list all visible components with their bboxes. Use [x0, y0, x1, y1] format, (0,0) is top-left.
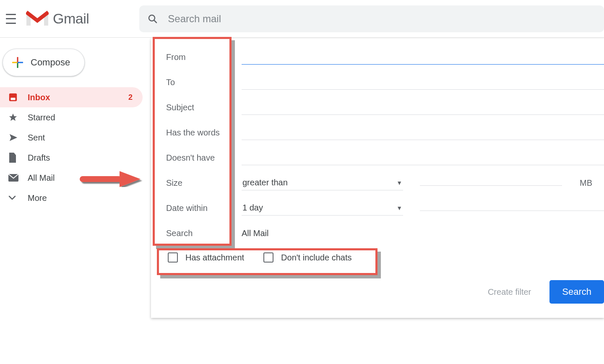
size-operator-value: greater than [242, 178, 288, 187]
filter-row-to: To [151, 70, 604, 95]
size-value-input[interactable] [420, 180, 562, 186]
doesnthave-input[interactable] [242, 150, 604, 165]
gmail-icon [26, 10, 49, 27]
filter-checkboxes: Has attachment Don't include chats [151, 246, 604, 269]
sidebar-item-label: Inbox [28, 93, 128, 102]
date-value-input[interactable] [420, 205, 604, 211]
filter-row-size: Size greater than ▼ MB [151, 170, 604, 195]
sidebar-item-starred[interactable]: Starred [0, 107, 143, 127]
size-unit-select[interactable]: MB [579, 176, 604, 190]
from-label: From [166, 52, 242, 62]
filter-row-date: Date within 1 day ▼ [151, 195, 604, 221]
sidebar-item-sent[interactable]: Sent [0, 127, 143, 148]
svg-marker-14 [120, 171, 141, 187]
star-icon [8, 112, 23, 122]
filter-row-haswords: Has the words [151, 120, 604, 145]
filter-row-from: From [151, 44, 604, 70]
search-input[interactable] [168, 13, 596, 25]
plus-icon [12, 57, 23, 68]
svg-marker-11 [10, 134, 17, 141]
compose-button[interactable]: Compose [3, 49, 85, 76]
filter-row-search: Search All Mail [151, 221, 604, 246]
sidebar: Compose Inbox 2 Starred Sent Drafts [0, 38, 151, 364]
sidebar-item-label: Sent [28, 133, 133, 143]
annotation-arrow-icon [80, 170, 143, 187]
sidebar-item-label: Drafts [28, 153, 133, 163]
to-label: To [166, 78, 242, 87]
filter-row-doesnthave: Doesn't have [151, 145, 604, 170]
sidebar-item-label: More [28, 193, 133, 203]
gmail-logo-text: Gmail [53, 10, 89, 27]
dont-include-chats-checkbox[interactable]: Don't include chats [263, 252, 351, 263]
checkbox-icon [168, 252, 178, 263]
from-input[interactable] [242, 49, 604, 65]
gmail-logo[interactable]: Gmail [26, 10, 89, 27]
sidebar-item-more[interactable]: More [0, 188, 143, 208]
filter-row-subject: Subject [151, 95, 604, 120]
inbox-badge: 2 [128, 93, 133, 102]
compose-label: Compose [31, 57, 70, 68]
search-button[interactable]: Search [549, 280, 604, 304]
app-header: Gmail [0, 0, 604, 38]
subject-input[interactable] [242, 100, 604, 115]
size-operator-select[interactable]: greater than ▼ [242, 175, 403, 190]
filter-actions: Create filter Search [151, 269, 604, 304]
size-unit-value: MB [580, 178, 592, 188]
svg-marker-10 [9, 114, 17, 121]
search-bar[interactable] [139, 5, 604, 32]
search-icon[interactable] [148, 14, 158, 24]
sidebar-item-inbox[interactable]: Inbox 2 [0, 87, 143, 107]
date-range-select[interactable]: 1 day ▼ [242, 200, 403, 216]
date-label: Date within [166, 203, 242, 213]
menu-icon[interactable] [6, 14, 16, 24]
search-scope-label: Search [166, 229, 242, 238]
to-input[interactable] [242, 75, 604, 90]
sent-icon [8, 133, 23, 143]
chevron-down-icon: ▼ [396, 205, 402, 211]
has-attachment-label: Has attachment [185, 253, 244, 263]
svg-rect-13 [80, 176, 122, 182]
search-scope-select[interactable]: All Mail [242, 229, 268, 238]
drafts-icon [8, 153, 23, 163]
svg-rect-9 [11, 98, 16, 100]
svg-rect-8 [9, 94, 17, 101]
search-filter-panel: From To Subject Has the words Doesn't ha… [151, 39, 604, 318]
subject-label: Subject [166, 103, 242, 112]
svg-line-3 [154, 20, 156, 23]
dont-include-chats-label: Don't include chats [281, 253, 351, 263]
sidebar-item-drafts[interactable]: Drafts [0, 148, 143, 168]
size-label: Size [166, 178, 242, 188]
date-range-value: 1 day [242, 203, 263, 213]
allmail-icon [8, 173, 23, 183]
chevron-down-icon: ▼ [396, 179, 402, 186]
chevron-down-icon [8, 193, 23, 203]
checkbox-icon [263, 252, 273, 263]
haswords-input[interactable] [242, 125, 604, 140]
sidebar-item-label: Starred [28, 113, 133, 122]
inbox-icon [8, 92, 23, 102]
has-attachment-checkbox[interactable]: Has attachment [168, 252, 244, 263]
haswords-label: Has the words [166, 128, 242, 138]
doesnthave-label: Doesn't have [166, 153, 242, 163]
create-filter-button: Create filter [488, 287, 531, 297]
